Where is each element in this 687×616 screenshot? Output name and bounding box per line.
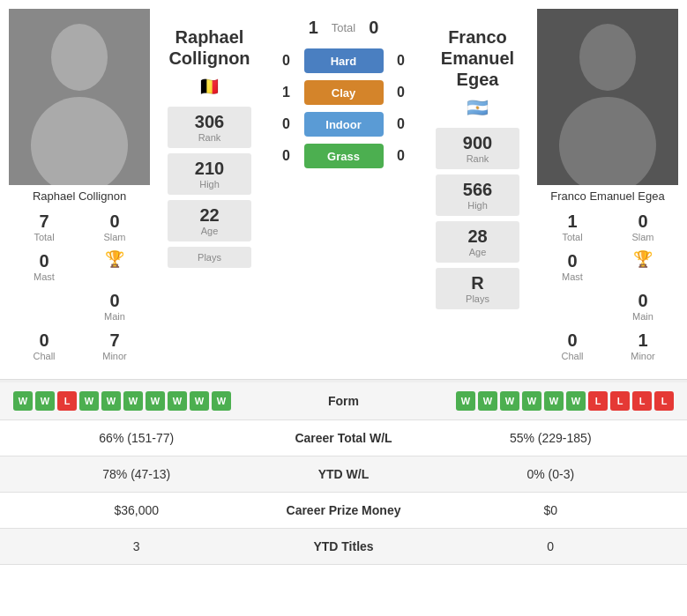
- left-high-value: 210: [172, 159, 247, 179]
- form-badge: L: [654, 391, 674, 411]
- form-badge: W: [190, 391, 209, 411]
- career-stat-left-value: 66% (151-77): [18, 431, 256, 445]
- right-slam-label: Slam: [631, 232, 653, 242]
- left-player-header-name: RaphaelCollignon: [164, 13, 254, 73]
- right-chall-label: Chall: [561, 351, 583, 361]
- grass-badge: Grass: [304, 144, 384, 168]
- left-middle-stats: RaphaelCollignon 🇧🇪 306 Rank 210 High 22…: [159, 9, 260, 370]
- right-mast-label: Mast: [562, 271, 583, 282]
- total-left-score: 1: [309, 18, 318, 38]
- right-mast-stat: 0 Mast: [537, 247, 608, 286]
- grass-left: 0: [278, 148, 295, 164]
- svg-point-1: [51, 24, 108, 91]
- left-slam-value: 0: [109, 212, 119, 232]
- right-trophy-icon-container: 🏆: [608, 247, 678, 286]
- indoor-right: 0: [392, 116, 410, 132]
- right-middle-stats: FrancoEmanuel Egea 🇦🇷 900 Rank 566 High …: [427, 9, 528, 370]
- career-stat-right-value: 0: [432, 539, 670, 553]
- right-player-header-name: FrancoEmanuel Egea: [427, 13, 528, 94]
- right-silhouette: [537, 9, 678, 185]
- right-main-label: Main: [632, 311, 653, 322]
- career-stat-label: Career Total W/L: [256, 431, 432, 445]
- right-plays-label: Plays: [440, 293, 515, 304]
- form-label: Form: [291, 394, 397, 408]
- form-badge: W: [212, 391, 231, 411]
- left-slam-label: Slam: [103, 232, 125, 242]
- player-comparison-section: Raphael Collignon 7 Total 0 Slam 0 Mast …: [0, 0, 687, 380]
- right-plays-box: R Plays: [436, 268, 519, 309]
- total-label: Total: [332, 21, 355, 34]
- indoor-row: 0 Indoor 0: [260, 112, 427, 137]
- right-player-stats: 1 Total 0 Slam 0 Mast 🏆 0 Main: [528, 203, 687, 370]
- left-minor-label: Minor: [102, 351, 127, 361]
- left-trophy-icon: 🏆: [105, 251, 124, 267]
- career-stats-section: WWLWWWWWWW Form WWWWWWLLLL 66% (151-77)C…: [0, 380, 687, 565]
- left-total-label: Total: [34, 232, 54, 242]
- form-badge: W: [544, 391, 564, 411]
- career-stat-row: 78% (47-13)YTD W/L0% (0-3): [0, 456, 687, 493]
- right-minor-value: 1: [638, 330, 647, 351]
- left-high-box: 210 High: [168, 153, 251, 195]
- hard-badge: Hard: [304, 48, 384, 73]
- career-stat-row: 3YTD Titles0: [0, 529, 687, 565]
- right-total-label: Total: [562, 232, 582, 242]
- career-stat-right-value: $0: [432, 503, 670, 517]
- clay-row: 1 Clay 0: [260, 80, 427, 105]
- career-stat-label: YTD Titles: [256, 539, 432, 553]
- grass-right: 0: [392, 148, 410, 164]
- left-age-value: 22: [172, 205, 247, 226]
- clay-right: 0: [392, 85, 410, 100]
- right-slam-value: 0: [638, 212, 647, 232]
- form-badge: W: [35, 391, 55, 411]
- form-badge: L: [588, 391, 608, 411]
- left-slam-stat: 0 Slam: [79, 207, 150, 247]
- total-right-score: 0: [369, 18, 378, 38]
- left-age-box: 22 Age: [168, 200, 251, 241]
- right-total-value: 1: [567, 212, 577, 232]
- left-mast-value: 0: [39, 251, 49, 271]
- career-stat-right-value: 55% (229-185): [432, 431, 670, 445]
- right-trophy-icon: 🏆: [633, 251, 653, 267]
- left-age-label: Age: [172, 226, 247, 236]
- right-age-label: Age: [440, 247, 515, 257]
- career-stat-row: $36,000Career Prize Money$0: [0, 493, 687, 529]
- indoor-badge: Indoor: [304, 112, 384, 137]
- left-chall-stat: 0 Chall: [9, 326, 79, 366]
- right-age-value: 28: [440, 226, 515, 247]
- hard-right: 0: [392, 53, 410, 69]
- career-stat-label: Career Prize Money: [256, 503, 432, 517]
- right-high-label: High: [440, 200, 515, 211]
- left-player-stats: 7 Total 0 Slam 0 Mast 🏆 0 Main: [0, 203, 159, 370]
- right-player-photo: [537, 9, 678, 185]
- left-rank-box: 306 Rank: [168, 107, 251, 148]
- right-high-box: 566 High: [436, 174, 519, 216]
- left-minor-stat: 7 Minor: [79, 326, 150, 366]
- form-badge: W: [123, 391, 143, 411]
- right-age-box: 28 Age: [436, 221, 519, 263]
- form-badge: W: [168, 391, 187, 411]
- left-main-value: 0: [109, 291, 119, 311]
- left-chall-label: Chall: [33, 351, 55, 361]
- career-stat-left-value: 3: [18, 539, 256, 553]
- right-rank-value: 900: [440, 133, 515, 153]
- left-high-label: High: [172, 179, 247, 189]
- main-container: Raphael Collignon 7 Total 0 Slam 0 Mast …: [0, 0, 687, 616]
- left-silhouette: [9, 9, 150, 185]
- left-flag: 🇧🇪: [198, 73, 220, 104]
- right-main-value: 0: [638, 291, 647, 311]
- hard-left: 0: [278, 53, 295, 69]
- left-minor-value: 7: [109, 330, 119, 351]
- form-row: WWLWWWWWWW Form WWWWWWLLLL: [0, 382, 687, 420]
- right-minor-label: Minor: [631, 351, 655, 361]
- form-badge: W: [566, 391, 586, 411]
- left-player-photo: [9, 9, 150, 185]
- left-rank-label: Rank: [172, 132, 247, 143]
- left-plays-label: Plays: [172, 252, 247, 263]
- total-h2h-row: 1 Total 0: [309, 18, 379, 38]
- left-player-area: Raphael Collignon 7 Total 0 Slam 0 Mast …: [0, 9, 159, 370]
- career-stat-left-value: $36,000: [18, 503, 256, 517]
- form-badge: W: [478, 391, 497, 411]
- form-badge: W: [522, 391, 541, 411]
- right-total-stat: 1 Total: [537, 207, 608, 247]
- clay-badge: Clay: [304, 80, 384, 105]
